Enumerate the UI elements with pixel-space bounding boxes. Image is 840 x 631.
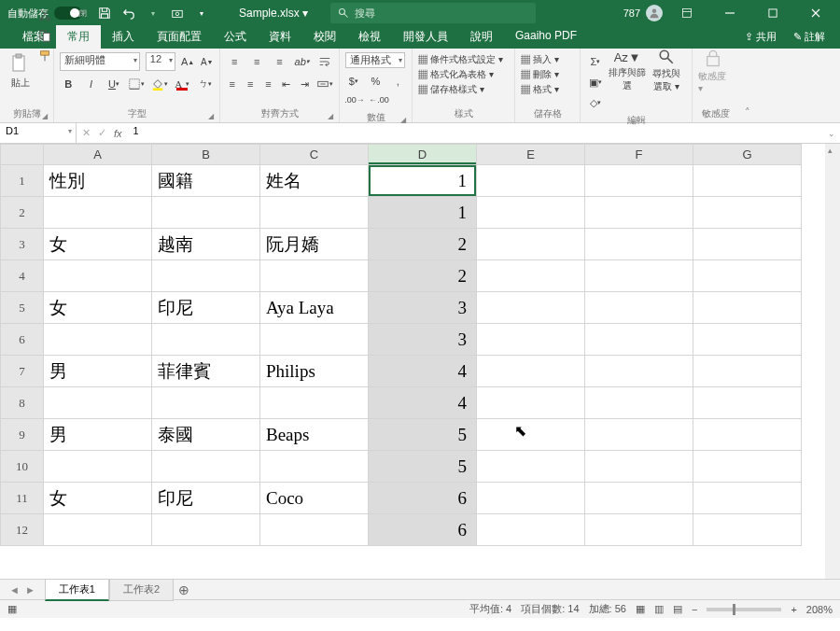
camera-icon[interactable] bbox=[170, 6, 185, 21]
cell[interactable] bbox=[477, 356, 585, 387]
tab-頁面配置[interactable]: 頁面配置 bbox=[146, 25, 213, 49]
tab-校閱[interactable]: 校閱 bbox=[302, 25, 347, 49]
decrease-font-icon[interactable]: A▼ bbox=[200, 52, 214, 71]
qat-more-icon[interactable]: ▾ bbox=[194, 6, 209, 21]
increase-font-icon[interactable]: A▲ bbox=[181, 52, 195, 71]
align-middle-icon[interactable]: ≡ bbox=[248, 52, 265, 71]
formula-input[interactable]: 1 bbox=[128, 123, 823, 143]
cell[interactable] bbox=[585, 514, 693, 546]
cell[interactable] bbox=[260, 260, 369, 292]
clipboard-launcher-icon[interactable]: ◢ bbox=[42, 112, 48, 120]
cell[interactable] bbox=[693, 451, 802, 483]
italic-button[interactable]: I bbox=[82, 75, 99, 93]
collapse-ribbon-icon[interactable]: ˄ bbox=[739, 49, 756, 122]
indent-increase-icon[interactable]: ⇥ bbox=[299, 75, 311, 93]
cell[interactable]: 菲律賓 bbox=[152, 356, 260, 387]
cell[interactable] bbox=[260, 514, 369, 546]
close-button[interactable] bbox=[797, 0, 834, 26]
delete-button[interactable]: ▦ 刪除 ▾ bbox=[521, 67, 574, 82]
border-button[interactable]: ▾ bbox=[128, 75, 145, 93]
cell[interactable] bbox=[477, 483, 585, 514]
row-header[interactable]: 3 bbox=[1, 229, 44, 260]
cell[interactable] bbox=[585, 387, 693, 419]
cell[interactable] bbox=[44, 451, 152, 483]
align-right-icon[interactable]: ≡ bbox=[262, 75, 274, 93]
cell[interactable] bbox=[585, 324, 693, 356]
share-button[interactable]: ⇪ 共用 bbox=[739, 28, 782, 46]
cell[interactable]: 阮月嬌 bbox=[260, 229, 369, 260]
cell[interactable] bbox=[44, 324, 152, 356]
cell[interactable] bbox=[585, 229, 693, 260]
col-header-E[interactable]: E bbox=[477, 145, 585, 165]
cell[interactable] bbox=[693, 165, 802, 197]
clear-icon[interactable]: ◇▾ bbox=[586, 93, 605, 112]
cell[interactable] bbox=[585, 451, 693, 483]
fill-color-button[interactable]: ▾ bbox=[151, 75, 168, 93]
autosum-icon[interactable]: Σ▾ bbox=[586, 52, 605, 71]
number-format-select[interactable]: 通用格式 bbox=[345, 52, 405, 68]
cell-styles-button[interactable]: ▦ 儲存格樣式 ▾ bbox=[418, 82, 509, 97]
cell[interactable] bbox=[152, 514, 260, 546]
cell[interactable]: 5 bbox=[369, 419, 477, 451]
cell[interactable]: 性別 bbox=[44, 165, 152, 197]
col-header-G[interactable]: G bbox=[693, 145, 802, 165]
cut-icon[interactable] bbox=[35, 6, 54, 24]
cell[interactable] bbox=[585, 419, 693, 451]
cell[interactable]: 3 bbox=[369, 324, 477, 356]
phonetic-icon[interactable]: ㄅ▾ bbox=[197, 75, 214, 93]
bold-button[interactable]: B bbox=[60, 75, 77, 93]
cell[interactable]: 男 bbox=[44, 419, 152, 451]
cell[interactable]: 越南 bbox=[152, 229, 260, 260]
row-header[interactable]: 10 bbox=[1, 451, 44, 483]
comma-icon[interactable]: , bbox=[389, 72, 406, 91]
cell[interactable]: 印尼 bbox=[152, 292, 260, 324]
format-as-table-button[interactable]: ▦ 格式化為表格 ▾ bbox=[418, 67, 509, 82]
cell[interactable] bbox=[260, 387, 369, 419]
font-size-select[interactable]: 12 bbox=[146, 52, 175, 71]
cell[interactable] bbox=[693, 387, 802, 419]
maximize-button[interactable] bbox=[754, 0, 791, 26]
minimize-button[interactable] bbox=[711, 0, 749, 26]
currency-icon[interactable]: $▾ bbox=[345, 72, 362, 91]
cell[interactable] bbox=[44, 260, 152, 292]
cell[interactable]: Aya Laya bbox=[260, 292, 369, 324]
cell[interactable] bbox=[585, 292, 693, 324]
col-header-D[interactable]: D bbox=[369, 145, 477, 165]
sheet-tab[interactable]: 工作表1 bbox=[45, 579, 109, 601]
cell[interactable] bbox=[477, 451, 585, 483]
cell[interactable]: 泰國 bbox=[152, 419, 260, 451]
cell[interactable]: 3 bbox=[369, 292, 477, 324]
enter-formula-icon[interactable]: ✓ bbox=[98, 127, 106, 139]
cell[interactable] bbox=[477, 514, 585, 546]
format-painter-icon[interactable] bbox=[35, 47, 54, 65]
tab-公式[interactable]: 公式 bbox=[213, 25, 258, 49]
cell[interactable] bbox=[477, 292, 585, 324]
cell[interactable] bbox=[152, 387, 260, 419]
view-normal-icon[interactable]: ▦ bbox=[636, 603, 645, 615]
align-center-icon[interactable]: ≡ bbox=[244, 75, 256, 93]
cell[interactable] bbox=[260, 324, 369, 356]
number-launcher-icon[interactable]: ◢ bbox=[400, 116, 406, 124]
cell[interactable]: 6 bbox=[369, 514, 477, 546]
spreadsheet-grid[interactable]: ABCDEFG1性別國籍姓名1213女越南阮月嬌2425女印尼Aya Laya3… bbox=[0, 144, 840, 579]
row-header[interactable]: 12 bbox=[1, 514, 44, 546]
row-header[interactable]: 9 bbox=[1, 419, 44, 451]
tab-常用[interactable]: 常用 bbox=[56, 25, 101, 49]
row-header[interactable]: 5 bbox=[1, 292, 44, 324]
tab-開發人員[interactable]: 開發人員 bbox=[392, 25, 459, 49]
cell[interactable] bbox=[477, 197, 585, 229]
sheet-nav-prev-icon[interactable]: ◄ bbox=[9, 584, 20, 596]
wrap-text-icon[interactable] bbox=[316, 52, 333, 71]
font-launcher-icon[interactable]: ◢ bbox=[208, 112, 214, 120]
cell[interactable]: 女 bbox=[44, 229, 152, 260]
view-pagebreak-icon[interactable]: ▤ bbox=[673, 603, 682, 615]
cell[interactable] bbox=[152, 197, 260, 229]
cell[interactable] bbox=[477, 260, 585, 292]
sensitivity-button[interactable]: 敏感度 ▾ bbox=[698, 52, 728, 90]
cell[interactable] bbox=[260, 451, 369, 483]
cell[interactable] bbox=[152, 451, 260, 483]
row-header[interactable]: 7 bbox=[1, 356, 44, 387]
record-macro-icon[interactable]: ▦ bbox=[7, 603, 17, 615]
copy-icon[interactable] bbox=[35, 26, 54, 45]
zoom-in-button[interactable]: + bbox=[791, 604, 796, 615]
